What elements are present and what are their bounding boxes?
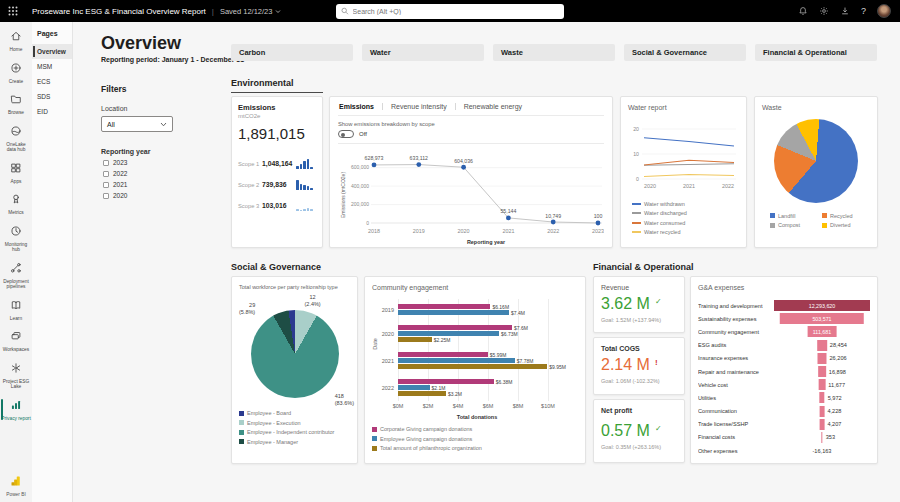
- search-box[interactable]: [336, 4, 564, 19]
- page-item-msm[interactable]: MSM: [32, 59, 72, 74]
- community-xticks: $0M$2M$4M$6M$8M$10M: [398, 403, 556, 411]
- gna-row-sustainability-expenses: Sustainability expenses503,571: [698, 312, 870, 325]
- rail-item-deployment-pipelines[interactable]: Deployment pipelines: [0, 257, 32, 294]
- workspaces-icon: [10, 328, 22, 346]
- page-subtitle: Reporting period: January 1 - December 3…: [101, 56, 244, 63]
- section-financial-operational: Financial & Operational: [593, 262, 694, 272]
- location-dropdown[interactable]: All: [101, 116, 173, 132]
- settings-gear-icon[interactable]: [819, 6, 829, 16]
- legend-item-employee-giving-campaign-donations: Employee Giving campaign donations: [372, 436, 578, 442]
- cogs-goal: Goal: 1.06M (-102.32%): [601, 378, 677, 384]
- gna-title: G&A expenses: [698, 284, 870, 291]
- revenue-goal: Goal: 1.52M (+137.94%): [601, 317, 677, 323]
- water-report-title: Water report: [628, 104, 739, 111]
- year-filter-2021: 2021: [103, 181, 213, 188]
- trend-tab-revenue-intensity[interactable]: Revenue intensity: [382, 103, 455, 110]
- rail-item-monitoring-hub[interactable]: Monitoring hub: [0, 220, 32, 257]
- community-engagement-card: Community engagement Date 2019$6.16M$7.4…: [364, 276, 586, 464]
- gna-bar: [818, 366, 826, 377]
- svg-text:400,000: 400,000: [351, 183, 369, 189]
- svg-text:2018: 2018: [368, 228, 380, 234]
- nav-button-carbon[interactable]: Carbon: [231, 44, 353, 61]
- search-input[interactable]: [353, 8, 559, 15]
- community-legend: Corporate Giving campaign donationsEmplo…: [372, 426, 578, 451]
- nav-button-financial-operational[interactable]: Financial & Operational: [755, 44, 877, 61]
- scope-toggle-switch[interactable]: [338, 130, 354, 138]
- legend-item-total-amount-of-philanthropic-organization: Total amount of philanthropic organizati…: [372, 445, 578, 451]
- bar-employee-giving-campaign-donations-2021: $7.78M: [398, 358, 515, 363]
- page-item-eid[interactable]: EID: [32, 104, 72, 119]
- community-xlabel: Total donations: [398, 414, 556, 420]
- gna-row-vehicle-cost: Vehicle cost11,677: [698, 378, 870, 391]
- nav-button-social-governance[interactable]: Social & Governance: [624, 44, 746, 61]
- svg-text:2019: 2019: [413, 228, 425, 234]
- legend-item-landfill: Landfill: [770, 213, 816, 219]
- workforce-pie-chart: [251, 310, 339, 398]
- top-app-bar: Proseware Inc ESG & Financial Overview R…: [0, 0, 900, 22]
- saved-status[interactable]: Saved 12/12/23: [220, 7, 282, 16]
- checkbox-2021[interactable]: [103, 182, 109, 188]
- section-nav-buttons: CarbonWaterWasteSocial & GovernanceFinan…: [231, 44, 877, 61]
- waffle-icon[interactable]: [0, 6, 26, 16]
- page-item-sds[interactable]: SDS: [32, 89, 72, 104]
- project-esg-lake-icon: [10, 360, 22, 378]
- rail-item-apps[interactable]: Apps: [0, 157, 32, 189]
- rail-item-workspaces[interactable]: Workspaces: [0, 325, 32, 357]
- legend-item-recycled: Recycled: [822, 213, 868, 219]
- help-icon[interactable]: ?: [861, 6, 866, 16]
- workforce-card: Total workforce per party reltionship ty…: [231, 276, 358, 464]
- gna-bar: [820, 419, 825, 430]
- emissions-line-chart: 0200,000400,000600,000628,9732018633,112…: [338, 147, 604, 247]
- revenue-kpi-card: Revenue 3.62 M ✓ Goal: 1.52M (+137.94%): [593, 276, 685, 333]
- emissions-kpi-card: Emissions mtCO2e 1,891,015 Scope 11,048,…: [231, 96, 323, 248]
- privacy-report-icon: [10, 397, 22, 415]
- gna-funnel-chart: Training and development12,293,620Sustai…: [698, 299, 870, 457]
- gna-bar: [821, 432, 822, 443]
- gna-bar: 111,681: [808, 326, 837, 337]
- waste-pie-chart: [774, 119, 858, 203]
- notifications-bell-icon[interactable]: [798, 6, 808, 16]
- rail-item-learn[interactable]: Learn: [0, 294, 32, 326]
- bar-total-amount-of-philanthropic-organization-2020: $2.25M: [398, 337, 432, 342]
- trend-tab-emissions[interactable]: Emissions: [338, 103, 382, 110]
- rail-item-project-esg-lake[interactable]: Project ESG Lake: [0, 357, 32, 394]
- revenue-label: Revenue: [601, 284, 677, 291]
- checkbox-2020[interactable]: [103, 193, 109, 199]
- svg-text:2021: 2021: [683, 183, 695, 189]
- community-group-2022: 2022$6.38M$2.1M$3.2M: [398, 374, 556, 401]
- svg-text:604,036: 604,036: [454, 158, 473, 164]
- filters-panel: Filters Location All Reporting year 2023…: [101, 84, 213, 203]
- scope-row-scope-3: Scope 3103,016: [238, 200, 316, 211]
- download-icon[interactable]: [840, 6, 850, 16]
- net-profit-label: Net profit: [601, 407, 677, 414]
- gna-bar: 503,571: [780, 313, 864, 324]
- workforce-callout-board: 12(2.4%): [305, 294, 321, 308]
- rail-item-onelake-data-hub[interactable]: OneLake data hub: [0, 120, 32, 157]
- svg-text:2020: 2020: [458, 228, 470, 234]
- nav-button-waste[interactable]: Waste: [493, 44, 615, 61]
- legend-item-water-discharged: Water discharged: [632, 210, 739, 216]
- user-avatar[interactable]: [877, 4, 891, 18]
- rail-item-privacy-report[interactable]: Privacy report: [0, 394, 32, 426]
- cogs-value: 2.14 M: [601, 356, 650, 374]
- cogs-status-alert-icon: !: [655, 358, 658, 367]
- rail-item-metrics[interactable]: Metrics: [0, 188, 32, 220]
- nav-button-water[interactable]: Water: [362, 44, 484, 61]
- left-nav-rail: HomeCreateBrowseOneLake data hubAppsMetr…: [0, 22, 32, 502]
- checkbox-2022[interactable]: [103, 171, 109, 177]
- gna-row-other-expenses: Other expenses-16,163: [698, 444, 870, 457]
- trend-tab-renewable-energy[interactable]: Renewable energy: [455, 103, 530, 110]
- year-filter-2023: 2023: [103, 159, 213, 166]
- svg-text:200,000: 200,000: [351, 201, 369, 207]
- page-item-overview[interactable]: Overview: [32, 44, 72, 59]
- page-item-ecs[interactable]: ECS: [32, 74, 72, 89]
- rail-item-home[interactable]: Home: [0, 25, 32, 57]
- bar-total-amount-of-philanthropic-organization-2022: $3.2M: [398, 391, 446, 396]
- rail-item-browse[interactable]: Browse: [0, 88, 32, 120]
- chevron-down-icon: [275, 9, 281, 14]
- location-value: All: [107, 121, 115, 128]
- checkbox-2023[interactable]: [103, 160, 109, 166]
- rail-item-create[interactable]: Create: [0, 57, 32, 89]
- filters-title: Filters: [101, 84, 213, 94]
- net-profit-goal: Goal: 0.35M (+263.16%): [601, 444, 677, 450]
